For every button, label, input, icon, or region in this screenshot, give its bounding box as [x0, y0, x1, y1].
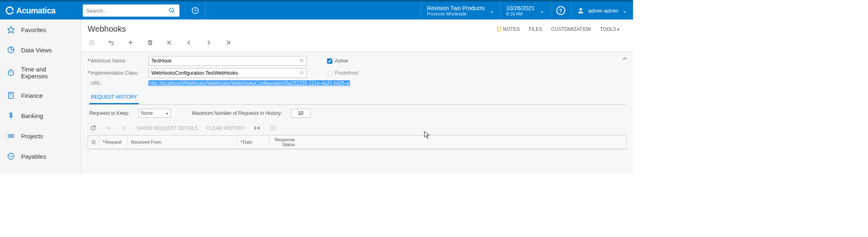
- svg-line-1: [173, 11, 174, 13]
- svg-rect-18: [90, 43, 93, 45]
- requests-to-keep-value: None: [141, 110, 153, 116]
- notes-link[interactable]: NOTES: [496, 26, 520, 32]
- row-webhook-name: *Webhook Name: Active: [88, 56, 627, 66]
- url-label: URL:: [88, 80, 149, 86]
- tools-label: TOOLS: [600, 26, 616, 32]
- predefined-checkbox-wrap[interactable]: Predefined: [327, 70, 358, 76]
- tab-request-history[interactable]: REQUEST HISTORY: [89, 91, 139, 104]
- url-value[interactable]: http://localhost/WebHooks/Webhooks/WebHo…: [149, 80, 350, 86]
- business-date-selector[interactable]: 10/26/2021 6:16 AM ⌄: [500, 1, 550, 20]
- chevron-up-icon: [622, 56, 627, 62]
- plus-icon: [127, 39, 134, 46]
- svg-marker-4: [8, 26, 15, 33]
- add-button[interactable]: [127, 39, 135, 47]
- notes-label: NOTES: [503, 26, 520, 32]
- requests-to-keep-label: Requests to Keep:: [89, 110, 129, 116]
- grid-col-date[interactable]: *Date: [237, 136, 270, 149]
- chevron-down-icon: ⌄: [622, 7, 627, 14]
- last-button[interactable]: [224, 39, 232, 47]
- first-button[interactable]: [166, 39, 174, 47]
- calculator-icon: [6, 91, 15, 100]
- row-impl-class: *Implementation Class: Predefined: [88, 68, 627, 78]
- predefined-checkbox: [327, 71, 332, 76]
- svg-point-3: [579, 8, 582, 11]
- x-icon: [122, 125, 128, 131]
- clock-icon: [191, 6, 199, 15]
- top-bar: Acumatica Revision Two Products Products…: [0, 0, 633, 19]
- sidebar: Favorites Data Views Time and Expenses F…: [0, 19, 81, 174]
- predefined-label: Predefined: [335, 70, 358, 76]
- next-button[interactable]: [205, 39, 213, 47]
- tenant-name: Revision Two Products: [427, 5, 485, 11]
- svg-point-6: [8, 70, 13, 75]
- grid-col-received-from[interactable]: Received From: [128, 136, 237, 149]
- brand-icon: [6, 6, 14, 15]
- requests-to-keep-select[interactable]: None: [138, 109, 171, 118]
- sidebar-item-favorites[interactable]: Favorites: [0, 19, 81, 40]
- save-button[interactable]: [88, 39, 96, 47]
- webhook-name-input[interactable]: [149, 56, 307, 66]
- sidebar-item-label: Finance: [21, 92, 43, 99]
- undo-button[interactable]: [107, 39, 115, 47]
- impl-class-label: *Implementation Class:: [88, 70, 149, 76]
- layout: Favorites Data Views Time and Expenses F…: [0, 19, 633, 174]
- active-checkbox-wrap[interactable]: Active: [327, 58, 348, 64]
- delete-button[interactable]: [146, 39, 154, 47]
- grid-col-request[interactable]: *Request: [99, 136, 128, 149]
- active-checkbox[interactable]: [327, 58, 332, 64]
- note-icon: [496, 26, 502, 32]
- sidebar-item-data-views[interactable]: Data Views: [0, 40, 81, 60]
- grid-delete-button: [121, 124, 129, 132]
- chevron-down-icon: ▾: [617, 27, 619, 32]
- fit-columns-button[interactable]: [253, 124, 261, 132]
- sidebar-item-time-expenses[interactable]: Time and Expenses: [0, 60, 81, 85]
- grid-col-selector[interactable]: [88, 136, 99, 149]
- tenant-selector[interactable]: Revision Two Products Products Wholesale…: [421, 1, 500, 20]
- sidebar-item-payables[interactable]: Payables: [0, 146, 81, 166]
- search-input[interactable]: [83, 8, 165, 14]
- grid-col-response-status[interactable]: Response Status: [270, 136, 298, 149]
- refresh-icon: [90, 125, 96, 131]
- svg-rect-17: [90, 41, 93, 42]
- chevron-left-icon: [186, 39, 192, 46]
- max-num-input[interactable]: [291, 109, 310, 118]
- recent-button[interactable]: [185, 1, 205, 20]
- max-num-label: Maximum Number of Requests in History:: [192, 110, 282, 116]
- date-text: 10/26/2021: [506, 5, 534, 11]
- sidebar-item-label: Favorites: [21, 26, 46, 33]
- search-button[interactable]: [165, 7, 179, 14]
- trash-icon: [147, 39, 153, 46]
- clear-history-button: CLEAR HISTORY: [206, 125, 245, 131]
- sidebar-item-label: Time and Expenses: [21, 66, 74, 80]
- impl-class-input[interactable]: [149, 68, 307, 78]
- user-menu[interactable]: admin admin ⌄: [571, 1, 633, 20]
- help-button[interactable]: ?: [550, 1, 571, 20]
- refresh-button[interactable]: [89, 124, 97, 132]
- history-controls: Requests to Keep: None Maximum Number of…: [88, 105, 627, 122]
- pie-icon: [6, 45, 15, 54]
- row-url: URL: http://localhost/WebHooks/Webhooks/…: [88, 80, 627, 86]
- svg-rect-7: [9, 93, 13, 99]
- export-icon: [270, 125, 276, 131]
- show-details-button: SHOW REQUEST DETAILS: [137, 125, 198, 131]
- title-row: Webhooks NOTES FILES CUSTOMIZATION TOOLS…: [81, 19, 633, 35]
- time-text: 6:16 AM: [506, 11, 534, 16]
- sidebar-item-finance[interactable]: Finance: [0, 85, 81, 106]
- sidebar-item-label: Data Views: [21, 47, 52, 54]
- sidebar-item-banking[interactable]: Banking: [0, 106, 81, 126]
- webhook-name-label: *Webhook Name:: [88, 58, 149, 64]
- files-link[interactable]: FILES: [529, 26, 542, 32]
- dollar-icon: [6, 111, 15, 120]
- tools-link[interactable]: TOOLS▾: [600, 26, 619, 32]
- collapse-button[interactable]: [622, 56, 627, 62]
- save-icon: [88, 39, 95, 46]
- minus-circle-icon: [6, 152, 15, 161]
- customization-link[interactable]: CUSTOMIZATION: [551, 26, 591, 32]
- plus-icon: [106, 125, 112, 131]
- search-icon: [169, 7, 175, 14]
- prev-button[interactable]: [185, 39, 193, 47]
- sidebar-item-label: Banking: [21, 112, 43, 119]
- svg-rect-34: [92, 140, 95, 144]
- sidebar-item-projects[interactable]: Projects: [0, 126, 81, 146]
- brand-logo[interactable]: Acumatica: [0, 6, 81, 15]
